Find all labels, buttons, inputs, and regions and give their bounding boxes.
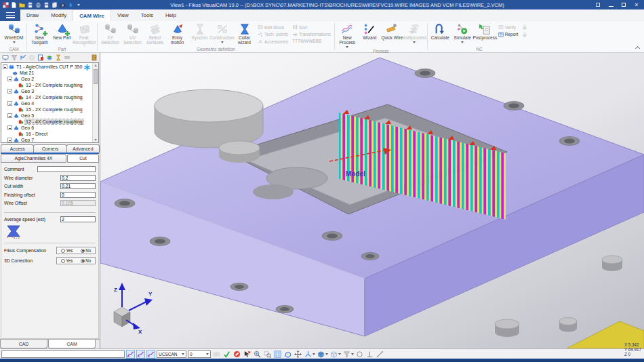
tree-row-geo6[interactable]: Geo 6: [1, 125, 92, 131]
tree-expander-icon[interactable]: [7, 101, 12, 106]
scroll-thumb[interactable]: [94, 69, 98, 84]
wizard-button[interactable]: Wizard: [359, 22, 381, 41]
new-part-button[interactable]: New Part: [51, 22, 73, 41]
wire-display-3-icon[interactable]: [146, 350, 155, 359]
tree-row-geo3[interactable]: Geo 3: [1, 88, 92, 94]
tab-cut[interactable]: Cut: [67, 154, 99, 163]
shaded-view-icon[interactable]: [317, 350, 328, 359]
app-logo-icon[interactable]: [3, 2, 9, 8]
3d-correction-no-radio[interactable]: No: [81, 258, 92, 263]
tree-expander-icon[interactable]: [7, 89, 12, 94]
minimize-button[interactable]: [607, 1, 614, 9]
zoom-in-icon[interactable]: [253, 350, 262, 359]
deselect-icon[interactable]: [243, 350, 251, 359]
tree-scrollbar[interactable]: [92, 63, 98, 142]
new-process-button[interactable]: New Process: [336, 22, 359, 48]
scroll-up-icon[interactable]: [94, 64, 97, 66]
report-button[interactable]: Report: [498, 32, 519, 37]
ucs-select[interactable]: UCSCAN: [157, 350, 186, 358]
tree-expander-icon[interactable]: [7, 113, 12, 118]
tree-expander-icon[interactable]: [7, 138, 12, 142]
window-menu-button[interactable]: [595, 1, 601, 9]
tab-access[interactable]: Access: [1, 144, 34, 153]
toolpath-route-icon[interactable]: [20, 54, 26, 61]
wire-display-1-icon[interactable]: [126, 350, 135, 359]
line-tool-icon[interactable]: [376, 350, 384, 359]
calculate-button[interactable]: Calculate: [429, 22, 451, 41]
close-button[interactable]: ×: [633, 1, 640, 9]
entry-motion-button[interactable]: Entry motion: [166, 22, 188, 45]
wire-diameter-input[interactable]: [60, 175, 96, 181]
fikus-compensation-yes-radio[interactable]: Yes: [61, 248, 73, 253]
collar-wizard-button[interactable]: Collar wizard: [233, 22, 256, 45]
tab-draw[interactable]: Draw: [20, 9, 45, 21]
tree-expander-icon[interactable]: [7, 77, 12, 81]
cut-width-input[interactable]: [60, 183, 96, 189]
clipboard-icon[interactable]: [52, 2, 58, 8]
wireedm-button[interactable]: WireEDM: [3, 22, 25, 43]
layers-icon[interactable]: [46, 54, 53, 61]
new-toolpath-button[interactable]: New Toolpath: [28, 22, 51, 45]
favorite-star-icon[interactable]: [84, 64, 90, 71]
machine-view-icon[interactable]: [2, 54, 9, 61]
zoom-fit-icon[interactable]: [273, 350, 282, 359]
tree-expander-icon[interactable]: [7, 125, 12, 130]
tree-row-tp13[interactable]: 13 - 2X Complete roughing: [1, 82, 92, 88]
tree-row-geo7[interactable]: Geo 7: [1, 137, 92, 143]
tree-row-tp16[interactable]: 16 - Direct: [1, 131, 92, 137]
tab-agiecharmilles[interactable]: AgieCharmilles 4X: [1, 154, 66, 163]
tab-corners[interactable]: Corners: [33, 144, 66, 153]
scroll-down-icon[interactable]: [94, 139, 97, 141]
tree-row-geo2[interactable]: Geo 2: [1, 76, 92, 82]
perpendicular-tool-icon[interactable]: [365, 350, 374, 359]
tab-help[interactable]: Help: [159, 9, 182, 21]
wire-segments-icon[interactable]: [64, 54, 71, 61]
tree-row-tp12-selected[interactable]: 12 - 4X Complete roughing: [1, 119, 92, 125]
circle-tool-icon[interactable]: [355, 350, 364, 359]
simulate-button[interactable]: Simulate: [451, 22, 474, 43]
tab-view[interactable]: View: [111, 9, 135, 21]
viewport-canvas[interactable]: Model Z Y X: [100, 53, 644, 348]
cancel-icon[interactable]: [233, 350, 241, 359]
zoom-window-icon[interactable]: [263, 350, 272, 359]
save-icon[interactable]: [27, 2, 33, 8]
tab-cam[interactable]: CAM: [48, 340, 96, 348]
confirm-icon[interactable]: [222, 350, 231, 359]
tab-cam-wire[interactable]: CAM Wire: [73, 9, 111, 21]
new-document-icon[interactable]: [11, 2, 17, 8]
report-doc-icon[interactable]: [37, 54, 44, 61]
average-speed-input[interactable]: [60, 216, 96, 222]
command-input[interactable]: [1, 350, 125, 358]
tab-modify[interactable]: Modify: [45, 9, 73, 21]
comment-input[interactable]: [37, 166, 96, 172]
lightning-icon[interactable]: [68, 2, 74, 8]
hourglass-icon[interactable]: [55, 54, 62, 61]
tree-row-machine[interactable]: T1 - AgieCharmilles CUT P 350: [1, 64, 92, 70]
tree-row-material[interactable]: Mat 21: [1, 70, 92, 76]
fikus-compensation-no-radio[interactable]: No: [81, 248, 92, 253]
restore-button[interactable]: [620, 1, 627, 9]
iso-view-icon[interactable]: [304, 350, 315, 359]
pan-view-icon[interactable]: [294, 350, 302, 359]
save-all-icon[interactable]: [43, 2, 49, 8]
3d-correction-yes-radio[interactable]: Yes: [61, 258, 73, 263]
wireframe-view-icon[interactable]: [329, 350, 341, 359]
tree-row-tp15[interactable]: 15 - 2X Complete roughing: [1, 106, 92, 113]
wire-display-2-icon[interactable]: [136, 350, 145, 359]
tree-expander-icon[interactable]: [3, 64, 7, 69]
finishing-offset-input[interactable]: [60, 192, 96, 198]
quick-wire-button[interactable]: Quick Wire: [381, 22, 403, 41]
tab-advanced[interactable]: Advanced: [66, 144, 100, 153]
tree-row-geo5[interactable]: Geo 5: [1, 113, 92, 119]
capture-icon[interactable]: [60, 2, 66, 8]
tab-tools[interactable]: Tools: [135, 9, 159, 21]
tab-cad[interactable]: CAD: [0, 340, 47, 348]
close-panel-icon[interactable]: [91, 54, 98, 61]
main-menu-button[interactable]: [0, 9, 20, 21]
open-file-icon[interactable]: [19, 2, 25, 8]
tree-row-tp14[interactable]: 14 - 2X Complete roughing: [1, 94, 92, 100]
display-filter-icon[interactable]: [342, 350, 354, 359]
level-select[interactable]: 0: [188, 350, 211, 358]
rotate-view-icon[interactable]: [283, 350, 292, 359]
filter-icon[interactable]: [11, 54, 18, 61]
